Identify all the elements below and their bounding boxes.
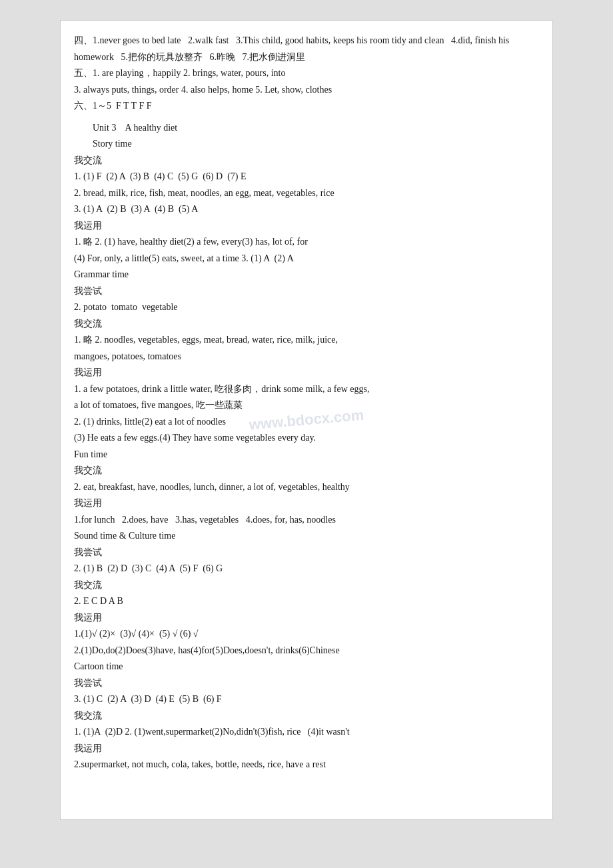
section-wyy1-label: 我运用	[74, 218, 539, 235]
section-grammar-label: Grammar time	[74, 267, 539, 283]
section-unit3-title: Unit 3 A healthy diet	[74, 120, 539, 137]
section-wyy2-label: 我运用	[74, 365, 539, 381]
section-wjl5-content: 1. (1)A (2)D 2. (1)went,supermarket(2)No…	[74, 724, 539, 741]
section-si: 四、1.never goes to bed late 2.walk fast 3…	[74, 33, 539, 65]
section-wjl5-label: 我交流	[74, 708, 539, 725]
section-storytime: Story time	[74, 136, 539, 153]
section-wjl2-content: 1. 略 2. noodles, vegetables, eggs, meat,…	[74, 332, 539, 365]
section-soundtime-label: Sound time & Culture time	[74, 528, 539, 545]
section-wjl4-content: 2. E C D A B	[74, 593, 539, 610]
section-wcs1-content: 2. potato tomato vegetable	[74, 299, 539, 316]
section-liu: 六、1～5 F T T F F	[74, 98, 539, 115]
page-container: www.bdocx.com 四、1.never goes to bed late…	[60, 20, 553, 820]
section-wyy4-label: 我运用	[74, 610, 539, 627]
section-wcs2-label: 我尝试	[74, 545, 539, 561]
section-wjl4-label: 我交流	[74, 577, 539, 594]
section-wjl3-label: 我交流	[74, 463, 539, 479]
section-wyy3-content: 1.for lunch 2.does, have 3.has, vegetabl…	[74, 512, 539, 529]
section-wyy3-label: 我运用	[74, 495, 539, 512]
section-wjl1-label: 我交流	[74, 153, 539, 169]
section-wjl2-label: 我交流	[74, 316, 539, 333]
section-wyy4-content: 1.(1)√ (2)× (3)√ (4)× (5) √ (6) √ 2.(1)D…	[74, 626, 539, 659]
section-wyy1-content: 1. 略 2. (1) have, healthy diet(2) a few,…	[74, 234, 539, 267]
section-wcs2-content: 2. (1) B (2) D (3) C (4) A (5) F (6) G	[74, 561, 539, 577]
section-wyy2-content: 1. a few potatoes, drink a little water,…	[74, 381, 539, 447]
section-wcs3-label: 我尝试	[74, 675, 539, 692]
section-wcs3-content: 3. (1) C (2) A (3) D (4) E (5) B (6) F	[74, 691, 539, 708]
section-cartoontime-label: Cartoon time	[74, 659, 539, 675]
section-wcs1-label: 我尝试	[74, 283, 539, 300]
section-wu: 五、1. are playing，happily 2. brings, wate…	[74, 65, 539, 98]
section-wyy5-content: 2.supermarket, not much, cola, takes, bo…	[74, 757, 539, 773]
section-funtime-label: Fun time	[74, 447, 539, 463]
section-wjl3-content: 2. eat, breakfast, have, noodles, lunch,…	[74, 479, 539, 496]
section-wyy5-label: 我运用	[74, 741, 539, 757]
section-wjl1-content: 1. (1) F (2) A (3) B (4) C (5) G (6) D (…	[74, 169, 539, 218]
